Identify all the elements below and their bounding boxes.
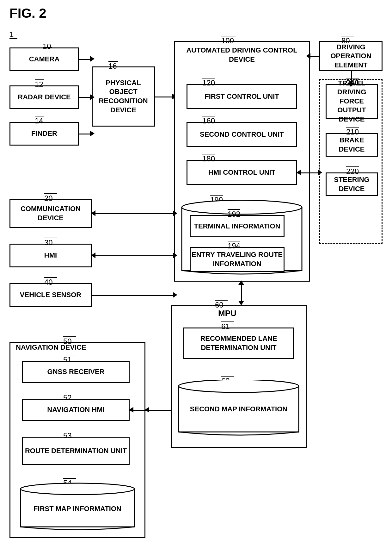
second-control-box: SECOND CONTROL UNIT: [187, 122, 297, 147]
automated-label: AUTOMATED DRIVING CONTROL DEVICE: [180, 46, 303, 64]
travel-box: TRAVEL DRIVING FORCE OUTPUT DEVICE: [326, 84, 378, 119]
figure-title: FIG. 2: [9, 6, 46, 21]
first-control-box: FIRST CONTROL UNIT: [187, 84, 297, 109]
svg-text:SECOND MAP INFORMATION: SECOND MAP INFORMATION: [190, 405, 287, 413]
brake-box: BRAKE DEVICE: [326, 133, 378, 157]
ref-driving-op: 80: [341, 36, 350, 45]
svg-text:FIRST MAP INFORMATION: FIRST MAP INFORMATION: [34, 505, 121, 513]
ref-first-control: 120: [202, 78, 215, 87]
hmi-box: HMI: [9, 244, 92, 267]
recommended-box: RECOMMENDED LANE DETERMINATION UNIT: [183, 328, 294, 359]
physical-box: PHYSICAL OBJECT RECOGNITION DEVICE: [92, 66, 155, 127]
ref-brake: 210: [346, 128, 359, 136]
ref-nav-hmi: 52: [63, 393, 72, 402]
finder-box: FINDER: [9, 122, 79, 146]
ref-automated: 100: [221, 36, 234, 45]
ref-entry: 194: [228, 241, 240, 250]
svg-point-7: [179, 380, 299, 392]
ref-navigation: 50: [63, 337, 72, 346]
route-det-box: ROUTE DETERMINATION UNIT: [22, 437, 130, 465]
vehicle-sensor-box: VEHICLE SENSOR: [9, 283, 92, 307]
ref-communication: 20: [44, 194, 53, 203]
diagram: FIG. 2 1 CAMERA 10 RADAR DEVICE 12 FINDE…: [0, 0, 392, 549]
radar-box: RADAR DEVICE: [9, 85, 79, 109]
svg-point-1: [182, 200, 302, 214]
entry-box: ENTRY TRAVELING ROUTE INFORMATION: [190, 247, 285, 272]
ref-second-control: 160: [202, 116, 215, 125]
nav-hmi-box: NAVIGATION HMI: [22, 399, 130, 421]
driving-op-box: DRIVING OPERATION ELEMENT: [319, 41, 383, 71]
ref-hmi-control: 180: [202, 154, 215, 163]
svg-point-4: [21, 483, 134, 495]
ref-camera: 10: [43, 42, 51, 51]
ref-finder: 14: [35, 116, 43, 125]
ref-recommended: 61: [221, 322, 230, 331]
ref-mpu: 60: [215, 301, 224, 309]
ref-radar: 12: [35, 80, 43, 89]
ref-gnss: 51: [63, 355, 72, 364]
ref-terminal: 192: [228, 210, 240, 219]
communication-box: COMMUNICATION DEVICE: [9, 199, 92, 228]
camera-box: CAMERA: [9, 47, 79, 71]
ref-1: 1: [9, 30, 14, 39]
steering-box: STEERING DEVICE: [326, 172, 378, 196]
ref-hmi: 30: [44, 238, 53, 247]
mpu-label: MPU: [218, 309, 236, 318]
ref-vehicle-sensor: 40: [44, 278, 53, 287]
gnss-box: GNSS RECEIVER: [22, 361, 130, 383]
hmi-control-box: HMI CONTROL UNIT: [187, 160, 297, 185]
second-map-cylinder: SECOND MAP INFORMATION: [177, 380, 300, 438]
ref-physical: 16: [108, 62, 117, 71]
ref-route-det: 53: [63, 431, 72, 440]
ref-steering: 220: [346, 167, 359, 176]
navigation-label: NAVIGATION DEVICE: [16, 343, 86, 352]
first-map-cylinder: FIRST MAP INFORMATION: [19, 483, 136, 532]
